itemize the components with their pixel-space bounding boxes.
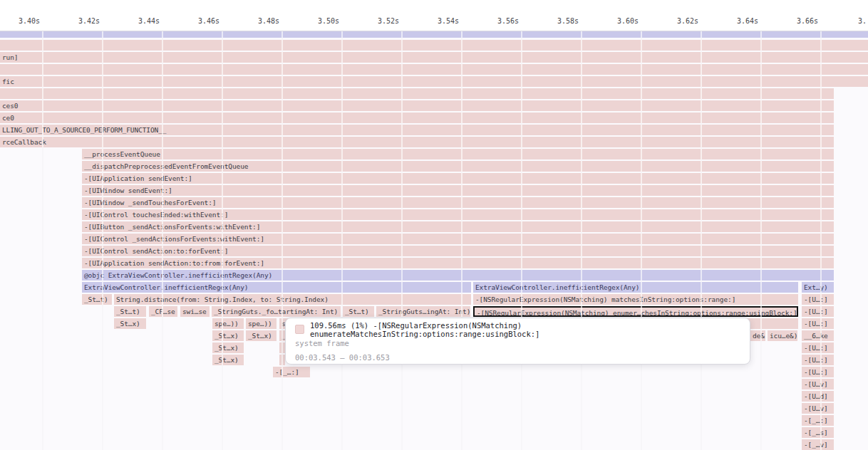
gridline	[760, 31, 762, 450]
time-tick-label: 3.40s	[0, 17, 40, 25]
gridline	[341, 31, 343, 450]
gridline	[102, 31, 103, 450]
gridline	[42, 31, 43, 450]
flame-frame[interactable]: -[U…:]	[802, 355, 834, 365]
frame-color-swatch	[295, 325, 304, 334]
flame-frame[interactable]: fic	[0, 76, 868, 87]
flame-frame[interactable]: _St…x)	[246, 330, 277, 341]
gridline	[461, 31, 463, 450]
gridline	[401, 31, 403, 450]
flame-frame[interactable]: _CF…se	[149, 306, 177, 317]
flame-frame[interactable]: -[UIButton _sendActionsForEvents:withEve…	[82, 221, 834, 232]
flame-frame[interactable]: _St…x)	[212, 330, 244, 341]
flame-frame[interactable]: @objc ExtraViewController.inefficientReg…	[82, 270, 834, 281]
time-tick-label: 3.42s	[57, 17, 100, 25]
tooltip-time-range: 00:03.543 — 00:03.653	[295, 353, 740, 364]
flame-frame[interactable]	[0, 31, 868, 38]
time-tick-label: 3.64s	[715, 17, 758, 25]
flame-frame[interactable]	[0, 88, 834, 99]
flame-frame[interactable]: _St…x)	[212, 355, 244, 365]
flame-frame[interactable]: ce0	[0, 112, 834, 123]
flame-frame[interactable]: -[UIControl touchesEnded:withEvent:]	[82, 209, 834, 220]
flame-frame[interactable]: de&)	[750, 330, 765, 341]
time-tick-label: 3.58s	[536, 17, 579, 25]
flame-frame[interactable]: _St…x)	[114, 318, 146, 329]
flame-frame[interactable]: run]	[0, 52, 868, 63]
flame-frame[interactable]: -[U…:]	[802, 318, 834, 329]
flame-frame[interactable]: -[_…:]	[802, 415, 834, 426]
flame-frame[interactable]: -[U…:]	[802, 306, 834, 317]
instruments-flame-chart: run]ficces0ce0LLING_OUT_TO_A_SOURCE0_PER…	[0, 0, 868, 450]
flame-frame[interactable]: spe…))	[212, 318, 244, 329]
flame-frame[interactable]: icu…e&)	[768, 330, 797, 341]
flame-frame[interactable]: spe…))	[246, 318, 277, 329]
flame-frame[interactable]: __dispatchPreprocessedEventFromEventQueu…	[82, 161, 834, 172]
flame-frame[interactable]: -[_…s]	[802, 427, 834, 438]
flame-frame[interactable]: -[UIControl _sendActionsForEvents:withEv…	[82, 234, 834, 244]
gridline	[641, 31, 642, 450]
time-tick-label: 3.50s	[296, 17, 339, 25]
flame-frame[interactable]: _St…t)	[343, 306, 374, 317]
flame-frame[interactable]: rceCallback	[0, 137, 834, 147]
time-tick-label: 3.44s	[117, 17, 160, 25]
gridline	[521, 31, 522, 450]
gridline	[281, 31, 283, 450]
flame-frame[interactable]	[0, 64, 868, 75]
time-tick-label: 3.56s	[476, 17, 519, 25]
flame-frame[interactable]: _St…t)	[82, 294, 112, 305]
flame-frame[interactable]: LLING_OUT_TO_A_SOURCE0_PERFORM_FUNCTION_…	[0, 125, 834, 135]
gridline	[701, 31, 702, 450]
flame-frame[interactable]: __processEventQueue	[82, 149, 834, 159]
frame-tooltip: 109.56ms (1%) -[NSRegularExpression(NSMa…	[285, 318, 750, 365]
flame-frame[interactable]: ExtraViewController.inefficientRegex(Any…	[82, 282, 471, 293]
tooltip-subtitle: system frame	[295, 339, 740, 350]
time-tick-label: 3.46s	[177, 17, 219, 25]
flame-frame[interactable]: -[U…:]	[802, 367, 834, 377]
flame-frame[interactable]: -[UIWindow sendEvent:]	[82, 185, 834, 196]
flame-frame[interactable]: swi…se	[180, 306, 210, 317]
time-tick-label: 3.54s	[416, 17, 459, 25]
gridline	[820, 31, 822, 450]
flame-frame[interactable]	[0, 40, 868, 51]
flame-frame[interactable]: -[UIApplication sendAction:to:from:forEv…	[82, 258, 834, 268]
flame-frame[interactable]: _St…t)	[114, 306, 146, 317]
time-tick-label: 3.52s	[356, 17, 399, 25]
tooltip-title: 109.56ms (1%) -[NSRegularExpression(NSMa…	[310, 321, 740, 338]
flame-frame[interactable]: -[U…:]	[802, 342, 834, 353]
time-tick-label: 3.66s	[775, 17, 818, 25]
flame-frame[interactable]: ces0	[0, 100, 834, 111]
tooltip-title-row: 109.56ms (1%) -[NSRegularExpression(NSMa…	[295, 324, 740, 335]
flame-frame[interactable]: _StringGuts…ingAt: Int)	[376, 306, 470, 317]
flame-frame[interactable]: __6…ke	[802, 330, 834, 341]
flame-frame[interactable]: -[U…:]	[802, 294, 834, 305]
flame-frame[interactable]: String.distance(from: String.Index, to: …	[114, 294, 471, 305]
flame-frame[interactable]: -[U…d]	[802, 391, 834, 402]
flame-frame[interactable]: _St…x)	[212, 342, 244, 353]
time-tick-label: 3.	[858, 17, 868, 25]
time-tick-label: 3.62s	[656, 17, 698, 25]
flame-frame[interactable]: Ext…y)	[802, 282, 834, 293]
time-ruler[interactable]: 3.40s3.42s3.44s3.46s3.48s3.50s3.52s3.54s…	[0, 0, 868, 31]
flame-frame[interactable]: -[U…v]	[802, 403, 834, 414]
flame-frame[interactable]: -[UIApplication sendEvent:]	[82, 173, 834, 184]
gridline	[222, 31, 223, 450]
time-tick-label: 3.48s	[237, 17, 279, 25]
flame-frame[interactable]: -[U…v]	[802, 379, 834, 389]
flame-frame[interactable]: -[UIControl sendAction:to:forEvent:]	[82, 246, 834, 256]
gridline	[581, 31, 582, 450]
flame-frame[interactable]: -[_…:]	[273, 367, 310, 377]
flame-frame[interactable]: -[_…v]	[802, 439, 834, 450]
gridline	[162, 31, 163, 450]
flame-frame[interactable]: -[UIWindow _sendTouchesForEvent:]	[82, 197, 834, 208]
time-tick-label: 3.60s	[596, 17, 639, 25]
flame-frame[interactable]: _StringGuts._fo…tartingAt: Int)	[212, 306, 341, 317]
